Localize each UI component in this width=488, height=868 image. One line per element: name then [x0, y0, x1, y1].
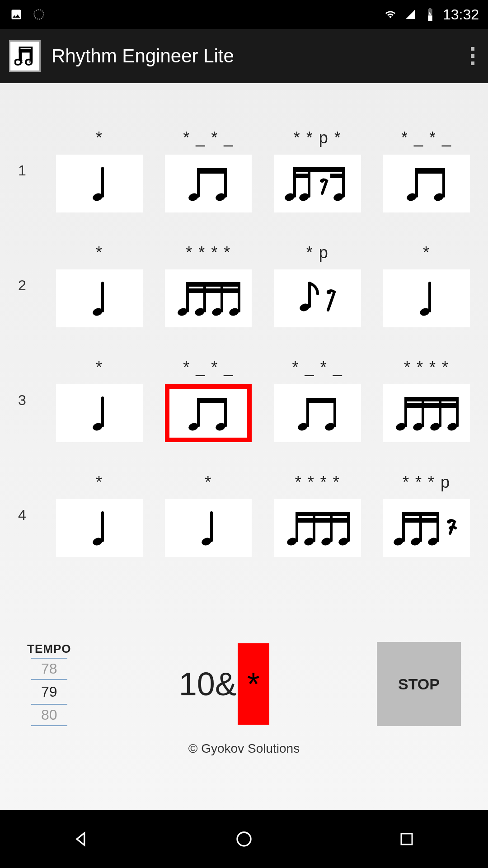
svg-point-20: [320, 179, 324, 183]
pattern-label: *: [205, 473, 212, 493]
svg-rect-49: [197, 398, 227, 403]
status-bar: 13:32: [0, 0, 488, 29]
note-box[interactable]: [56, 269, 143, 327]
svg-rect-10: [197, 168, 227, 174]
note-box[interactable]: [56, 384, 143, 442]
svg-point-89: [237, 832, 251, 846]
controls: TEMPO 78 79 80 10& * STOP: [0, 642, 488, 726]
more-menu-icon[interactable]: [466, 42, 479, 70]
rhythm-cell[interactable]: *: [56, 128, 143, 212]
rhythm-cell[interactable]: * * * *: [274, 473, 361, 557]
back-icon[interactable]: [70, 828, 92, 850]
rhythm-cell[interactable]: * * * *: [383, 358, 470, 442]
tempo-current: 79: [41, 682, 57, 702]
note-box[interactable]: [56, 155, 143, 212]
svg-point-40: [327, 290, 331, 294]
note-box[interactable]: [274, 384, 361, 442]
rhythm-cell[interactable]: *: [56, 473, 143, 557]
tempo-label: TEMPO: [27, 642, 71, 656]
svg-point-87: [447, 520, 451, 524]
svg-rect-37: [186, 288, 240, 293]
copyright: © Gyokov Solutions: [0, 741, 488, 756]
status-right: 13:32: [383, 6, 479, 23]
rhythm-cell[interactable]: *: [56, 243, 143, 327]
grid-row: 3** _ * _* _ * _* * * *: [18, 358, 470, 442]
svg-rect-1: [19, 49, 31, 52]
beat-indicator: *: [238, 643, 269, 725]
svg-point-0: [34, 10, 44, 19]
tempo-prev: 78: [31, 658, 67, 680]
grid-row: 2** * * ** p*: [18, 243, 470, 327]
rhythm-cell[interactable]: * * * *: [165, 243, 252, 327]
cell-signal-icon: [403, 7, 418, 22]
note-box[interactable]: [56, 499, 143, 557]
pattern-label: * * * p: [403, 473, 450, 493]
pattern-label: * _ * _: [183, 358, 234, 378]
svg-rect-64: [404, 403, 459, 408]
wifi-icon: [383, 7, 398, 22]
note-box[interactable]: [383, 269, 470, 327]
note-box[interactable]: [165, 155, 252, 212]
svg-rect-77: [296, 512, 350, 516]
rhythm-cell[interactable]: *: [56, 358, 143, 442]
row-number: 1: [18, 162, 29, 179]
note-box[interactable]: [165, 499, 252, 557]
tempo-picker[interactable]: TEMPO 78 79 80: [27, 642, 71, 726]
rhythm-cell[interactable]: * p: [274, 243, 361, 327]
pattern-label: * _ * _: [401, 128, 452, 148]
pattern-label: *: [96, 473, 103, 493]
pattern-label: * p: [306, 243, 329, 263]
pattern-label: * * * *: [186, 243, 231, 263]
image-icon: [9, 7, 23, 22]
svg-text:×: ×: [20, 58, 23, 65]
svg-rect-90: [401, 834, 412, 844]
stop-button[interactable]: STOP: [377, 642, 461, 726]
rhythm-cell[interactable]: * _ * _: [165, 128, 252, 212]
svg-text:×: ×: [28, 58, 32, 65]
tempo-next: 80: [31, 704, 67, 726]
rhythm-cell[interactable]: *: [383, 243, 470, 327]
beat-prefix: 10&: [179, 665, 237, 703]
rhythm-cell[interactable]: * * * p: [383, 473, 470, 557]
row-number: 4: [18, 507, 29, 524]
home-icon[interactable]: [233, 828, 255, 850]
pattern-label: * * * *: [404, 358, 449, 378]
recent-icon[interactable]: [396, 828, 418, 850]
pattern-label: * _ * _: [292, 358, 343, 378]
note-box[interactable]: [165, 384, 252, 442]
rhythm-cell[interactable]: *: [165, 473, 252, 557]
pattern-label: * _ * _: [183, 128, 234, 148]
pattern-label: * * p *: [294, 128, 342, 148]
svg-rect-85: [402, 512, 439, 516]
app-bar: ×× Rhythm Engineer Lite: [0, 29, 488, 83]
row-number: 2: [18, 277, 29, 294]
battery-icon: [423, 7, 437, 22]
pattern-label: *: [423, 243, 430, 263]
stop-label: STOP: [398, 675, 440, 693]
note-box[interactable]: [383, 155, 470, 212]
note-box[interactable]: [274, 269, 361, 327]
status-left: [9, 7, 46, 22]
rhythm-cell[interactable]: * * p *: [274, 128, 361, 212]
svg-rect-19: [330, 174, 345, 178]
svg-rect-86: [402, 518, 439, 523]
rhythm-cell[interactable]: * _ * _: [274, 358, 361, 442]
pattern-label: *: [96, 243, 103, 263]
note-box[interactable]: [274, 155, 361, 212]
svg-rect-63: [404, 397, 459, 401]
beat-display: 10& *: [179, 643, 269, 725]
note-box[interactable]: [274, 499, 361, 557]
pattern-label: *: [96, 358, 103, 378]
svg-rect-25: [415, 168, 445, 174]
spinner-icon: [32, 7, 46, 22]
rhythm-cell[interactable]: * _ * _: [165, 358, 252, 442]
svg-rect-78: [296, 518, 350, 523]
grid-row: 4*** * * ** * * p: [18, 473, 470, 557]
pattern-label: *: [96, 128, 103, 148]
note-box[interactable]: [165, 269, 252, 327]
rhythm-cell[interactable]: * _ * _: [383, 128, 470, 212]
note-box[interactable]: [383, 499, 470, 557]
note-box[interactable]: [383, 384, 470, 442]
status-time: 13:32: [443, 6, 479, 23]
svg-rect-17: [293, 167, 345, 172]
